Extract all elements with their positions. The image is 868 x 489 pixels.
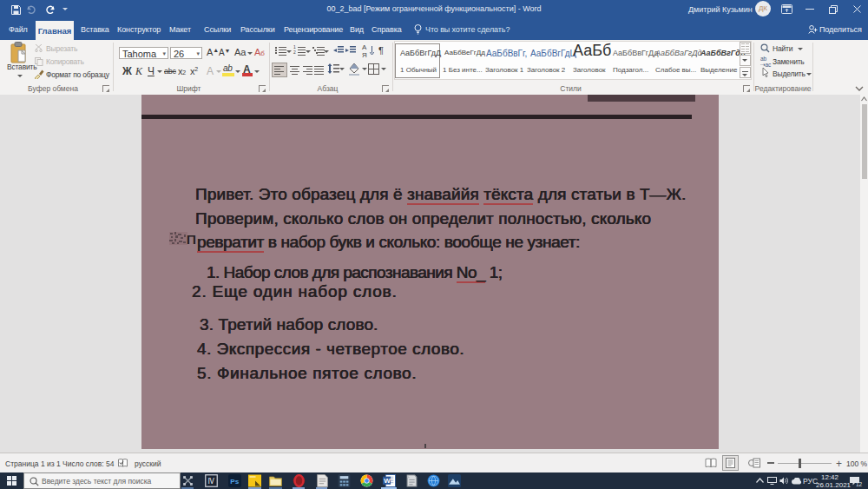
svg-text:Ps: Ps — [230, 478, 239, 486]
svg-text:W: W — [384, 477, 391, 485]
svg-text:Ⅳ: Ⅳ — [207, 478, 214, 486]
